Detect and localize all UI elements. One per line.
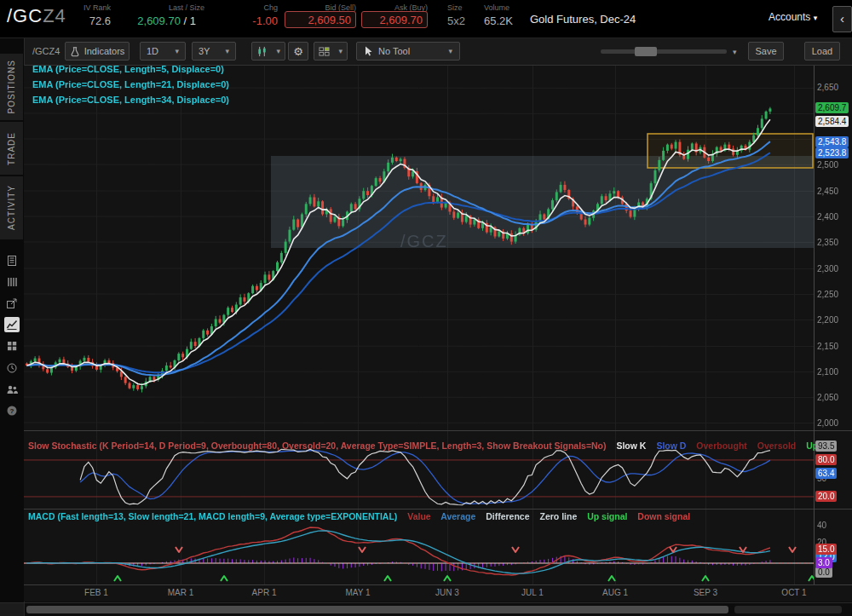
chart-icon[interactable] bbox=[4, 317, 20, 332]
price-tick: 2,200 bbox=[817, 315, 838, 325]
history-clock-icon[interactable] bbox=[4, 360, 20, 376]
time-axis-label: FEB 1 bbox=[71, 588, 122, 597]
stochastic-study-header[interactable]: Slow Stochastic (K Period=14, D Period=9… bbox=[28, 440, 816, 451]
price-tick: 2,150 bbox=[817, 342, 838, 351]
legend-zero-line: Zero line bbox=[539, 511, 577, 521]
legend-overbought: Overbought bbox=[696, 440, 747, 451]
dashboard-grid-icon[interactable] bbox=[4, 338, 20, 354]
chart-style-dropdown[interactable]: ▾ bbox=[251, 42, 285, 60]
study-label-ema34[interactable]: EMA (Price=CLOSE, Length=34, Displace=0) bbox=[32, 95, 229, 105]
last-price-badge: 2,609.7 bbox=[815, 102, 849, 113]
chevron-down-icon: ▾ bbox=[814, 14, 818, 22]
last-trade-size: / 1 bbox=[184, 14, 196, 27]
legend-oversold: Oversold bbox=[757, 440, 797, 451]
slow-d-badge: 63.4 bbox=[815, 468, 837, 479]
accounts-menu[interactable]: Accounts ▾ bbox=[769, 11, 817, 23]
scrollbar-handle[interactable] bbox=[26, 606, 728, 613]
size-label: Size bbox=[447, 3, 477, 12]
size-value: 5x2 bbox=[447, 14, 477, 27]
time-axis-label: APR 1 bbox=[239, 588, 290, 597]
chart-layout-dropdown[interactable]: ▾ bbox=[314, 42, 348, 60]
quote-header: /GCZ4 IV Rank 72.6 Last / Size 2,609.70 … bbox=[0, 0, 852, 38]
time-zoom-slider[interactable] bbox=[601, 49, 727, 54]
chart-settings-button[interactable]: ⚙ bbox=[288, 42, 308, 60]
price-tick: 2,450 bbox=[817, 187, 838, 196]
chart-symbol-field[interactable]: /GCZ4 bbox=[32, 46, 60, 56]
legend-slow-k: Slow K bbox=[616, 440, 646, 451]
flexible-grid-icon bbox=[319, 46, 330, 57]
watchlist-icon[interactable] bbox=[4, 253, 20, 268]
svg-text:?: ? bbox=[10, 407, 14, 415]
macd-value-badge: 15.0 bbox=[815, 544, 837, 555]
legend-slow-d: Slow D bbox=[656, 440, 686, 451]
study-label-ema5[interactable]: EMA (Price=CLOSE, Length=5, Displace=0) bbox=[32, 64, 224, 74]
gear-icon: ⚙ bbox=[293, 45, 303, 58]
symbol-title: /GCZ4 bbox=[7, 5, 66, 27]
community-users-icon[interactable] bbox=[4, 382, 20, 397]
chg-value: -1.00 bbox=[223, 14, 278, 27]
time-axis-label: OCT 1 bbox=[769, 588, 820, 597]
ema34-value-badge: 2,523.8 bbox=[815, 147, 849, 158]
time-axis-label: AUG 1 bbox=[590, 588, 641, 597]
trading-platform-window: /GCZ4 IV Rank 72.6 Last / Size 2,609.70 … bbox=[0, 0, 852, 616]
oversold-badge: 20.0 bbox=[815, 491, 837, 502]
chg-label: Chg bbox=[223, 3, 278, 12]
slow-k-badge: 93.5 bbox=[815, 440, 837, 452]
bid-button[interactable]: 2,609.50 bbox=[285, 11, 356, 28]
time-zoom-slider-handle[interactable] bbox=[635, 47, 657, 56]
chart-toolbar: /GCZ4 Indicators 1D ▾ 3Y ▾ ▾ ⚙ ▾ bbox=[24, 38, 852, 66]
left-gadget-sidebar: POSITIONS TRADE ACTIVITY ? bbox=[0, 38, 25, 616]
export-window-icon[interactable] bbox=[4, 296, 20, 311]
tab-label: POSITIONS bbox=[7, 60, 16, 113]
price-tick: 2,250 bbox=[817, 290, 838, 299]
drawing-tool-dropdown[interactable]: No Tool ▾ bbox=[356, 42, 460, 60]
iv-rank-label: IV Rank bbox=[60, 3, 111, 12]
study-label-ema21[interactable]: EMA (Price=CLOSE, Length=21, Displace=0) bbox=[32, 79, 229, 89]
price-tick: 2,050 bbox=[817, 393, 838, 402]
accounts-label: Accounts bbox=[769, 11, 810, 23]
sidebar-tab-trade[interactable]: TRADE bbox=[0, 122, 23, 176]
volume-label: Volume bbox=[484, 3, 527, 12]
macd-study-header[interactable]: MACD (Fast length=13, Slow length=21, MA… bbox=[28, 511, 816, 521]
iv-rank-value: 72.6 bbox=[60, 14, 111, 27]
volume-value: 65.2K bbox=[484, 14, 527, 27]
price-tick: 2,300 bbox=[817, 264, 838, 273]
chevron-down-icon: ▾ bbox=[276, 47, 280, 55]
chart-scrollbar bbox=[0, 602, 852, 616]
chevron-left-icon: ‹ bbox=[840, 11, 844, 26]
timeframe-dropdown[interactable]: 1D ▾ bbox=[140, 42, 186, 60]
sidebar-tab-activity[interactable]: ACTIVITY bbox=[0, 176, 23, 240]
stochastic-title: Slow Stochastic (K Period=14, D Period=9… bbox=[28, 440, 607, 451]
ask-button[interactable]: 2,609.70 bbox=[361, 11, 428, 28]
price-tick: 2,350 bbox=[817, 238, 838, 247]
price-tick: 2,650 bbox=[817, 83, 838, 92]
last-size-label: Last / Size bbox=[119, 3, 204, 12]
ladder-icon[interactable] bbox=[4, 274, 20, 290]
help-icon[interactable]: ? bbox=[4, 403, 20, 418]
last-price: 2,609.70 bbox=[137, 14, 181, 27]
tab-label: TRADE bbox=[7, 132, 16, 165]
macd-difference-badge: 3.0 bbox=[815, 557, 832, 568]
legend-macd-value: Value bbox=[407, 511, 430, 521]
panel-divider[interactable] bbox=[24, 509, 852, 509]
chevron-down-icon: ▾ bbox=[175, 47, 179, 55]
panel-divider[interactable] bbox=[24, 430, 852, 431]
scrollbar-track[interactable] bbox=[734, 606, 842, 613]
legend-down-signal: Down signal bbox=[637, 511, 690, 521]
price-axis-divider bbox=[814, 66, 815, 584]
symbol-watermark: /GCZ bbox=[400, 232, 448, 251]
indicators-button[interactable]: Indicators bbox=[65, 42, 130, 60]
chevron-down-icon: ▾ bbox=[733, 48, 737, 56]
macd-tick-40: 40 bbox=[817, 521, 826, 530]
range-dropdown[interactable]: 3Y ▾ bbox=[192, 42, 236, 60]
time-axis-label: JUN 3 bbox=[422, 588, 473, 597]
flask-icon bbox=[70, 46, 80, 57]
legend-macd-average: Average bbox=[440, 511, 475, 521]
scrollbar-corner bbox=[0, 603, 25, 616]
active-tool-label: No Tool bbox=[378, 46, 410, 56]
load-button[interactable]: Load bbox=[804, 42, 840, 60]
sidebar-tab-positions[interactable]: POSITIONS bbox=[0, 54, 23, 121]
save-button[interactable]: Save bbox=[748, 42, 784, 60]
time-axis-label: SEP 3 bbox=[680, 588, 731, 597]
collapse-panel-button[interactable]: ‹ bbox=[832, 6, 852, 32]
